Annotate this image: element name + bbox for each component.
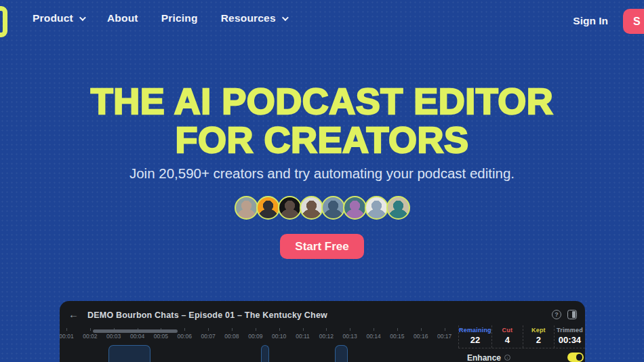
- chevron-down-icon: [79, 14, 86, 21]
- tick-mark: [232, 328, 233, 331]
- sidebar-toggle-icon[interactable]: [567, 310, 577, 319]
- tick-mark: [279, 328, 280, 331]
- brand-logo-icon[interactable]: [0, 6, 7, 37]
- tick-label: 00:11: [291, 333, 315, 340]
- nav-item-resources[interactable]: Resources: [221, 12, 287, 24]
- stat-label: Remaining: [459, 327, 491, 334]
- landing-page: ProductAboutPricingResources Sign In S T…: [0, 0, 644, 362]
- stat-remaining: Remaining22: [458, 325, 491, 348]
- help-icon[interactable]: ?: [552, 310, 561, 319]
- main-nav: ProductAboutPricingResources: [33, 12, 287, 24]
- stat-value: 2: [523, 335, 554, 345]
- tick-mark: [208, 328, 209, 331]
- timeline-scrollbar[interactable]: [93, 329, 178, 333]
- hero-title-line2: FOR CREATORS: [175, 119, 468, 160]
- stats-divider: [458, 348, 585, 348]
- tick-mark: [90, 328, 91, 331]
- nav-cta-button[interactable]: S: [623, 9, 644, 34]
- nav-item-label: About: [107, 12, 138, 24]
- tick-mark: [326, 328, 327, 331]
- stat-value: 22: [459, 335, 491, 345]
- info-icon: i: [504, 355, 510, 361]
- nav-item-about[interactable]: About: [107, 12, 138, 24]
- tick-label: 00:03: [102, 333, 125, 340]
- stat-label: Kept: [523, 327, 554, 334]
- nav-item-label: Product: [33, 12, 73, 24]
- stat-value: 00:34: [555, 335, 585, 345]
- tick-label: 00:01: [60, 333, 78, 340]
- tick-label: 00:16: [409, 333, 432, 340]
- chevron-down-icon: [282, 14, 289, 21]
- tick-mark: [184, 328, 185, 331]
- tick-mark: [397, 328, 398, 331]
- tick-mark: [66, 328, 67, 331]
- enhance-toggle[interactable]: [567, 353, 584, 362]
- tick-mark: [445, 328, 445, 331]
- tick-label: 00:09: [244, 333, 267, 340]
- stat-label: Trimmed: [555, 327, 585, 334]
- creator-avatar: [343, 196, 367, 220]
- creator-avatars: [0, 196, 644, 220]
- start-free-button[interactable]: Start Free: [280, 234, 364, 259]
- creator-avatar: [256, 196, 280, 220]
- tick-label: 00:17: [433, 333, 456, 340]
- tick-mark: [421, 328, 422, 331]
- hero-title-line1: THE AI PODCAST EDITOR: [91, 81, 554, 121]
- tick-label: 00:10: [268, 333, 291, 340]
- hero-subtitle: Join 20,590+ creators and try automating…: [0, 165, 644, 182]
- stat-cut: Cut4: [491, 325, 523, 348]
- tick-mark: [350, 328, 350, 331]
- tick-mark: [256, 328, 256, 331]
- tick-label: 00:06: [173, 333, 196, 340]
- creator-avatar: [235, 196, 258, 220]
- tick-label: 00:13: [338, 333, 361, 340]
- tick-mark: [303, 328, 304, 331]
- tick-label: 00:04: [126, 333, 149, 340]
- stat-label: Cut: [492, 327, 523, 334]
- nav-item-label: Pricing: [161, 12, 198, 24]
- nav-item-label: Resources: [221, 12, 276, 24]
- stat-value: 4: [492, 335, 523, 345]
- creator-avatar: [300, 196, 323, 220]
- editor-demo-panel: ← DEMO Bourbon Chats – Episode 01 – The …: [60, 301, 585, 362]
- nav-item-product[interactable]: Product: [33, 12, 84, 24]
- tick-label: 00:07: [197, 333, 220, 340]
- hero-title: THE AI PODCAST EDITOR FOR CREATORS: [0, 82, 644, 159]
- tick-label: 00:14: [362, 333, 385, 340]
- creator-avatar: [365, 196, 388, 220]
- stat-trimmed: Trimmed00:34: [554, 325, 585, 348]
- tick-label: 00:02: [79, 333, 102, 340]
- stat-kept: Kept2: [523, 325, 554, 348]
- audio-clip[interactable]: [335, 345, 348, 362]
- tick-label: 00:05: [149, 333, 172, 340]
- nav-item-pricing[interactable]: Pricing: [161, 12, 198, 24]
- edit-stats: Remaining22Cut4Kept2Trimmed00:34: [458, 325, 585, 348]
- tick-mark: [374, 328, 374, 331]
- tick-label: 00:08: [220, 333, 243, 340]
- toggle-knob: [576, 354, 583, 361]
- creator-avatar: [278, 196, 302, 220]
- enhance-label: Enhance: [467, 353, 501, 362]
- creator-avatar: [321, 196, 345, 220]
- creator-avatar: [386, 196, 410, 220]
- audio-clip[interactable]: [108, 345, 150, 362]
- sign-in-link[interactable]: Sign In: [573, 15, 608, 27]
- tick-label: 00:12: [315, 333, 338, 340]
- tick-label: 00:15: [386, 333, 409, 340]
- audio-clip[interactable]: [261, 345, 269, 362]
